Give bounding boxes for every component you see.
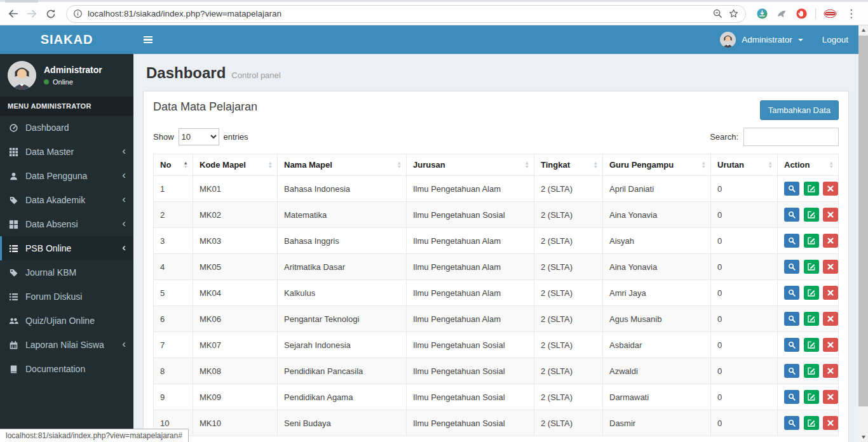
- zoom-icon[interactable]: [712, 8, 723, 19]
- delete-button[interactable]: [823, 260, 838, 274]
- extension-area: ⋮: [752, 8, 862, 20]
- cell-action: [778, 358, 839, 384]
- sidebar-item-documentation[interactable]: Documentation: [0, 357, 133, 381]
- edit-pencil-icon: [808, 237, 815, 244]
- view-button[interactable]: [784, 416, 799, 430]
- address-bar[interactable]: localhost:81/siakad/index.php?view=matap…: [66, 5, 746, 23]
- delete-button[interactable]: [823, 286, 838, 300]
- view-magnifier-icon: [788, 341, 796, 349]
- table-header-row: No Kode Mapel Nama Mapel Jurusan Tingkat…: [154, 154, 839, 176]
- view-button[interactable]: [784, 338, 799, 352]
- cell-urutan: 0: [711, 280, 778, 306]
- column-header-urutan[interactable]: Urutan: [711, 154, 778, 176]
- sidebar-item-quiz-ujian-online[interactable]: Quiz/Ujian Online: [0, 309, 133, 333]
- chevron-left-icon: [122, 170, 126, 182]
- edit-button[interactable]: [804, 286, 819, 300]
- shark-extension-icon[interactable]: [776, 8, 788, 20]
- edit-button[interactable]: [804, 416, 819, 430]
- page-length-select[interactable]: 10: [179, 128, 219, 145]
- column-header-guru-pengampu[interactable]: Guru Pengampu: [603, 154, 711, 176]
- sidebar-item-laporan-nilai-siswa[interactable]: Laporan Nilai Siswa: [0, 333, 133, 357]
- cell-jurusan: Ilmu Pengetahuan Sosial: [407, 358, 534, 384]
- edit-button[interactable]: [804, 208, 819, 222]
- cell-jurusan: Ilmu Pengetahuan Sosial: [407, 332, 534, 358]
- browser-menu-icon[interactable]: ⋮: [844, 8, 858, 19]
- column-header-action[interactable]: Action: [778, 154, 839, 176]
- edit-button[interactable]: [804, 338, 819, 352]
- logout-button[interactable]: Logout: [812, 25, 858, 54]
- edit-pencil-icon: [808, 393, 815, 401]
- sidebar: SIAKAD Administrator: [0, 25, 133, 442]
- edit-button[interactable]: [804, 312, 819, 326]
- scroll-up-arrow[interactable]: [858, 25, 868, 35]
- edit-button[interactable]: [804, 234, 819, 248]
- sidebar-item-data-pengguna[interactable]: Data Pengguna: [0, 164, 133, 188]
- column-header-tingkat[interactable]: Tingkat: [534, 154, 603, 176]
- sidebar-item-dashboard[interactable]: Dashboard: [0, 116, 133, 140]
- table-row: 1 MK01 Bahasa Indonesia Ilmu Pengetahuan…: [154, 176, 839, 202]
- search-input[interactable]: [743, 128, 839, 146]
- bookmark-star-icon[interactable]: [728, 8, 739, 19]
- delete-button[interactable]: [823, 182, 838, 196]
- cell-nama-mapel: Bahasa Indonesia: [278, 176, 407, 202]
- cell-no: 3: [154, 228, 193, 254]
- user-dropdown[interactable]: Administrator: [711, 25, 812, 54]
- sidebar-item-psb-online[interactable]: PSB Online: [0, 236, 133, 260]
- delete-button[interactable]: [823, 416, 838, 430]
- edit-pencil-icon: [808, 263, 815, 271]
- delete-button[interactable]: [823, 390, 838, 404]
- chevron-left-icon: [122, 218, 126, 231]
- cell-kode-mapel: MK09: [193, 384, 278, 410]
- view-button[interactable]: [784, 208, 799, 222]
- view-button[interactable]: [784, 390, 799, 404]
- edit-button[interactable]: [804, 182, 819, 196]
- scrollbar[interactable]: [858, 25, 868, 442]
- chevron-left-icon: [122, 194, 126, 206]
- browser-reload-button[interactable]: [42, 5, 60, 23]
- scroll-down-arrow[interactable]: [858, 432, 868, 442]
- browser-back-button[interactable]: [4, 5, 22, 23]
- sidebar-item-data-absensi[interactable]: Data Absensi: [0, 212, 133, 236]
- download-manager-extension-icon[interactable]: [756, 8, 768, 20]
- view-button[interactable]: [784, 234, 799, 248]
- delete-button[interactable]: [823, 338, 838, 352]
- app-logo[interactable]: SIAKAD: [0, 25, 133, 54]
- column-header-jurusan[interactable]: Jurusan: [407, 154, 534, 176]
- column-header-nama-mapel[interactable]: Nama Mapel: [278, 154, 407, 176]
- delete-x-icon: [827, 394, 834, 400]
- view-button[interactable]: [784, 364, 799, 378]
- list-icon: [8, 244, 19, 253]
- cell-jurusan: Ilmu Pengetahuan Alam: [407, 306, 534, 332]
- panel-title: Data Mata Pelajaran: [153, 100, 257, 114]
- edit-button[interactable]: [804, 364, 819, 378]
- scrollbar-thumb[interactable]: [858, 36, 868, 406]
- cell-kode-mapel: MK05: [193, 254, 278, 280]
- delete-button[interactable]: [823, 312, 838, 326]
- forward-arrow-icon: [26, 8, 38, 20]
- view-button[interactable]: [784, 260, 799, 274]
- delete-button[interactable]: [823, 364, 838, 378]
- view-button[interactable]: [784, 312, 799, 326]
- page-title: Dashboard: [146, 64, 226, 82]
- delete-button[interactable]: [823, 234, 838, 248]
- sidebar-toggle-button[interactable]: [133, 25, 163, 54]
- view-button[interactable]: [784, 286, 799, 300]
- table-row: 2 MK02 Matematika Ilmu Pengetahuan Sosia…: [154, 202, 839, 228]
- badge-extension-icon[interactable]: [824, 9, 837, 18]
- sidebar-item-forum-diskusi[interactable]: Forum Diskusi: [0, 285, 133, 309]
- column-header-no[interactable]: No: [154, 154, 193, 176]
- column-header-kode-mapel[interactable]: Kode Mapel: [193, 154, 278, 176]
- view-button[interactable]: [784, 182, 799, 196]
- edit-button[interactable]: [804, 390, 819, 404]
- sidebar-item-data-akademik[interactable]: Data Akademik: [0, 188, 133, 212]
- edit-button[interactable]: [804, 260, 819, 274]
- add-data-button[interactable]: Tambahkan Data: [760, 100, 839, 120]
- sidebar-item-journal-kbm[interactable]: Journal KBM: [0, 260, 133, 285]
- sidebar-item-data-master[interactable]: Data Master: [0, 140, 133, 164]
- page-info-icon[interactable]: [73, 9, 83, 18]
- cell-action: [778, 228, 839, 254]
- stop-hand-extension-icon[interactable]: [796, 8, 808, 20]
- browser-forward-button[interactable]: [23, 5, 41, 23]
- delete-button[interactable]: [823, 208, 838, 222]
- delete-x-icon: [827, 290, 834, 296]
